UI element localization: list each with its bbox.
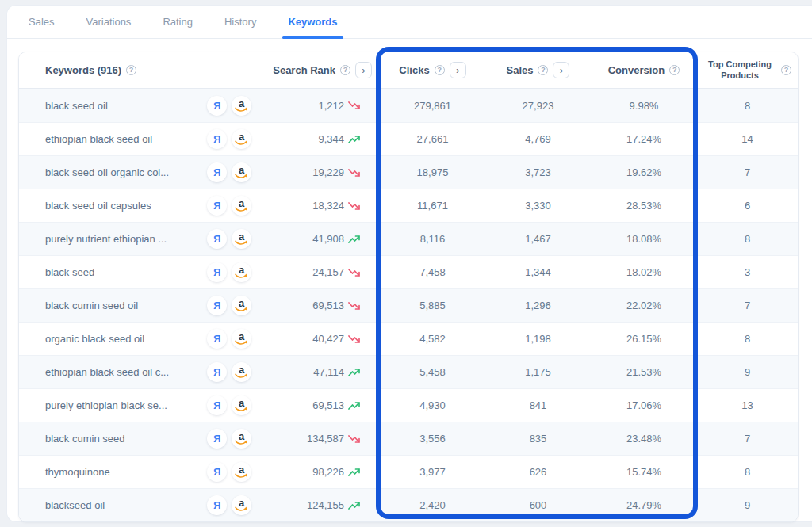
- keyword-cell: black seed oil capsules: [19, 200, 197, 212]
- top-competing-cell: 8: [697, 233, 798, 245]
- trend-up-icon: [348, 468, 361, 477]
- amazon-icon[interactable]: a: [232, 296, 251, 315]
- keyword-label[interactable]: organic black seed oil: [45, 333, 144, 345]
- search-rank-cell: 134,587: [261, 433, 380, 445]
- table-body: black seed oil R a 1,212 279,861: [19, 89, 798, 521]
- search-rank-cell: 1,212: [261, 100, 380, 112]
- keyword-label[interactable]: black cumin seed: [45, 433, 124, 445]
- expand-column-button[interactable]: ›: [355, 62, 372, 78]
- trend-down-icon: [348, 301, 361, 311]
- tab-history[interactable]: History: [222, 6, 259, 38]
- keyword-label[interactable]: ethiopian black seed oil c...: [45, 366, 169, 378]
- sellerapp-icon[interactable]: R: [207, 262, 227, 282]
- sales-cell: 1,198: [485, 333, 591, 345]
- keyword-cell: ethiopian black seed oil: [19, 133, 197, 145]
- sellerapp-icon[interactable]: R: [207, 429, 227, 449]
- trend-up-icon: [348, 135, 361, 144]
- amazon-icon[interactable]: a: [232, 229, 251, 249]
- sellerapp-icon[interactable]: R: [207, 462, 227, 482]
- sellerapp-icon[interactable]: R: [207, 129, 227, 149]
- sellerapp-icon[interactable]: R: [207, 495, 227, 515]
- keyword-label[interactable]: black seed oil organic col...: [45, 166, 169, 178]
- help-icon[interactable]: ?: [340, 65, 350, 75]
- sellerapp-icon[interactable]: R: [207, 296, 227, 315]
- keyword-links-cell: R a: [197, 362, 261, 382]
- clicks-cell: 18,975: [380, 166, 485, 178]
- keyword-cell: black seed oil organic col...: [19, 166, 197, 178]
- expand-column-button[interactable]: ›: [450, 62, 466, 78]
- panel: Sales Variations Rating History Keywords…: [6, 5, 812, 522]
- expand-column-button[interactable]: ›: [553, 62, 569, 78]
- help-icon[interactable]: ?: [126, 65, 136, 75]
- clicks-cell: 8,116: [380, 233, 485, 245]
- conversion-cell: 9.98%: [591, 100, 697, 112]
- tab-rating[interactable]: Rating: [160, 6, 195, 38]
- sellerapp-icon[interactable]: R: [207, 162, 227, 182]
- keyword-links-cell: R a: [197, 262, 261, 282]
- keyword-label[interactable]: blackseed oil: [45, 499, 105, 511]
- top-competing-cell: 14: [697, 133, 798, 145]
- table-row: purely ethiopian black se... R a 69,513: [19, 388, 798, 422]
- search-rank-value: 69,513: [312, 399, 344, 411]
- amazon-icon[interactable]: a: [232, 196, 251, 216]
- keyword-label[interactable]: black seed oil: [45, 100, 108, 112]
- table-row: black seed oil R a 1,212 279,861: [19, 89, 798, 122]
- tab-sales[interactable]: Sales: [26, 6, 57, 38]
- amazon-icon[interactable]: a: [232, 395, 251, 415]
- help-icon[interactable]: ?: [435, 65, 445, 75]
- sellerapp-icon[interactable]: R: [207, 329, 227, 349]
- amazon-icon[interactable]: a: [232, 262, 251, 282]
- conversion-cell: 23.48%: [591, 433, 697, 445]
- search-rank-cell: 69,513: [261, 399, 380, 411]
- keyword-cell: ethiopian black seed oil c...: [19, 366, 197, 378]
- amazon-icon[interactable]: a: [232, 129, 251, 149]
- sellerapp-icon[interactable]: R: [207, 395, 227, 415]
- amazon-icon[interactable]: a: [232, 329, 251, 349]
- keyword-label[interactable]: black cumin seed oil: [45, 300, 138, 311]
- help-icon[interactable]: ?: [669, 65, 680, 75]
- clicks-cell: 279,861: [380, 100, 485, 112]
- amazon-smile-icon: [235, 207, 248, 213]
- keyword-label[interactable]: black seed oil capsules: [45, 200, 151, 212]
- keyword-links-cell: R a: [197, 296, 261, 315]
- keyword-label[interactable]: ethiopian black seed oil: [45, 133, 152, 145]
- search-rank-value: 1,212: [318, 100, 344, 112]
- top-competing-cell: 13: [697, 399, 798, 411]
- table-row: thymoquinone R a 98,226 3,977 6: [19, 455, 798, 488]
- sales-cell: 841: [485, 399, 591, 411]
- sellerapp-icon[interactable]: R: [207, 362, 227, 382]
- amazon-smile-icon: [235, 273, 248, 280]
- tab-variations[interactable]: Variations: [84, 6, 134, 38]
- amazon-icon[interactable]: a: [232, 429, 251, 449]
- keyword-label[interactable]: thymoquinone: [45, 466, 110, 478]
- sales-cell: 626: [485, 466, 591, 478]
- search-rank-cell: 124,155: [261, 499, 380, 511]
- keyword-label[interactable]: black seed: [45, 266, 94, 278]
- sellerapp-icon[interactable]: R: [207, 229, 227, 249]
- sellerapp-icon[interactable]: R: [207, 196, 227, 216]
- keyword-label[interactable]: purely nutrient ethiopian ...: [45, 233, 167, 245]
- tab-bar: Sales Variations Rating History Keywords: [7, 6, 812, 39]
- help-icon[interactable]: ?: [781, 65, 791, 75]
- table-row: purely nutrient ethiopian ... R a 41,908: [19, 222, 798, 255]
- keyword-cell: thymoquinone: [19, 466, 197, 478]
- search-rank-value: 40,427: [312, 333, 344, 345]
- trend-down-icon: [348, 434, 361, 444]
- keyword-label[interactable]: purely ethiopian black se...: [45, 399, 167, 411]
- column-header-clicks: Clicks ? ›: [380, 62, 485, 78]
- amazon-icon[interactable]: a: [232, 96, 251, 116]
- amazon-smile-icon: [235, 407, 248, 413]
- help-icon[interactable]: ?: [538, 65, 548, 75]
- amazon-icon[interactable]: a: [232, 162, 251, 182]
- search-rank-cell: 19,229: [261, 166, 380, 178]
- column-header-conversion: Conversion ?: [591, 64, 697, 76]
- sellerapp-icon[interactable]: R: [207, 96, 227, 116]
- search-rank-value: 47,114: [313, 366, 344, 378]
- search-rank-cell: 98,226: [261, 466, 380, 478]
- conversion-header-label: Conversion: [608, 64, 665, 76]
- column-header-top-competing: Top Competing Products ?: [697, 59, 798, 82]
- amazon-icon[interactable]: a: [232, 462, 251, 482]
- tab-keywords[interactable]: Keywords: [285, 6, 339, 38]
- amazon-icon[interactable]: a: [232, 495, 251, 515]
- amazon-icon[interactable]: a: [232, 362, 251, 382]
